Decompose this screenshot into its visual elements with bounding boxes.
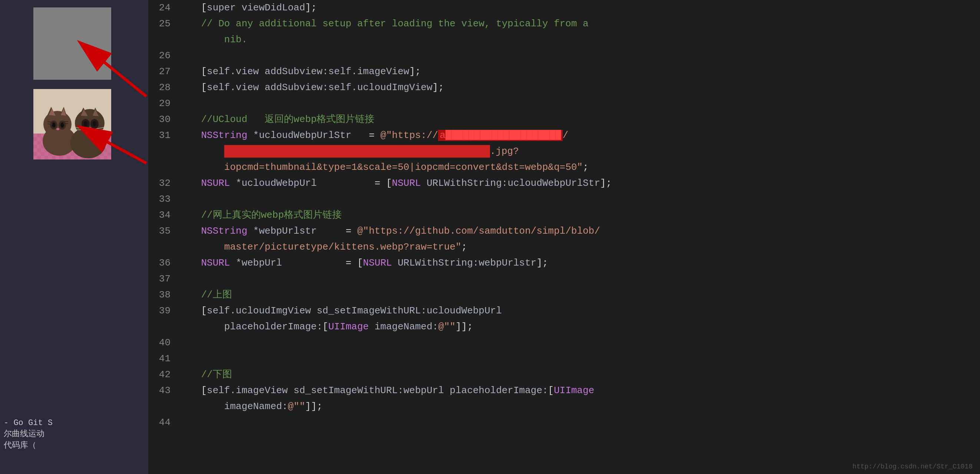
- code-line-38: 38 //上图: [148, 287, 980, 303]
- code-line-28: 28 [self.view addSubview:self.ucloudImgV…: [148, 80, 980, 96]
- code-line-39-cont: placeholderImage:[UIImage imageNamed:@""…: [148, 319, 980, 335]
- line-num-24: 24: [148, 1, 178, 15]
- code-line-31-redacted: .jpg?: [148, 144, 980, 160]
- line-content-31: NSString *ucloudWebpUrlStr = @"https://a…: [178, 128, 980, 143]
- code-line-31-iopcmd: iopcmd=thumbnail&type=1&scale=50|iopcmd=…: [148, 160, 980, 176]
- bottom-text-line3: 代码库（: [4, 440, 52, 452]
- line-num-27: 27: [148, 65, 178, 79]
- line-num-44: 44: [148, 415, 178, 430]
- code-line-36: 36 NSURL *webpUrl = [NSURL URLWithString…: [148, 255, 980, 271]
- line-num-30: 30: [148, 112, 178, 127]
- code-line-37: 37: [148, 271, 980, 287]
- line-num-31: 31: [148, 128, 178, 143]
- line-num-37: 37: [148, 272, 178, 286]
- svg-point-27: [93, 121, 96, 126]
- line-content-27: [self.view addSubview:self.imageView];: [178, 65, 980, 79]
- code-line-35-cont: master/picturetype/kittens.webp?raw=true…: [148, 239, 980, 255]
- line-num-32: 32: [148, 176, 178, 191]
- code-line-41: 41: [148, 351, 980, 367]
- svg-point-19: [75, 109, 105, 137]
- line-num-36: 36: [148, 256, 178, 270]
- svg-point-13: [56, 128, 59, 130]
- line-num-41: 41: [148, 352, 178, 366]
- image-placeholder: [33, 7, 111, 80]
- bottom-text-line2: 尔曲线运动: [4, 429, 52, 440]
- line-num-33: 33: [148, 192, 178, 207]
- code-line-24: 24 [super viewDidLoad];: [148, 0, 980, 16]
- bottom-left-text: - Go Git S 尔曲线运动 代码库（: [4, 418, 52, 452]
- line-num-29: 29: [148, 96, 178, 111]
- line-content-25: // Do any additional setup after loading…: [178, 17, 980, 31]
- svg-point-26: [84, 121, 88, 126]
- line-content-39-cont: placeholderImage:[UIImage imageNamed:@""…: [178, 320, 980, 334]
- line-content-30: //UCloud 返回的webp格式图片链接: [178, 112, 980, 127]
- line-num-35: 35: [148, 224, 178, 238]
- line-content-34: //网上真实的webp格式图片链接: [178, 208, 980, 223]
- line-num-43: 43: [148, 383, 178, 398]
- code-line-32: 32 NSURL *ucloudWebpUrl = [NSURL URLWith…: [148, 176, 980, 192]
- line-content-35-cont: master/picturetype/kittens.webp?raw=true…: [178, 240, 980, 254]
- line-content-38: //上图: [178, 288, 980, 302]
- code-line-33: 33: [148, 192, 980, 207]
- line-content-31-iopcmd: iopcmd=thumbnail&type=1&scale=50|iopcmd=…: [178, 160, 980, 175]
- left-panel: - Go Git S 尔曲线运动 代码库（: [0, 0, 148, 474]
- line-num-34: 34: [148, 208, 178, 223]
- watermark: http://blog.csdn.net/Str_C1018: [853, 463, 973, 470]
- code-area: 24 [super viewDidLoad]; 25 // Do any add…: [148, 0, 980, 474]
- line-num-40: 40: [148, 336, 178, 350]
- code-line-40: 40: [148, 335, 980, 351]
- code-line-34: 34 //网上真实的webp格式图片链接: [148, 207, 980, 223]
- svg-line-15: [48, 124, 52, 124]
- code-line-43-cont: imageNamed:@""]];: [148, 399, 980, 415]
- line-num-39: 39: [148, 304, 178, 318]
- line-content-42: //下图: [178, 367, 980, 382]
- code-line-43: 43 [self.imageView sd_setImageWithURL:we…: [148, 383, 980, 399]
- svg-line-17: [63, 123, 68, 124]
- line-content-25-cont: nib.: [178, 33, 980, 47]
- line-content-43-cont: imageNamed:@""]];: [178, 399, 980, 414]
- code-line-25-cont: nib.: [148, 32, 980, 48]
- line-content-28: [self.view addSubview:self.ucloudImgView…: [178, 80, 980, 95]
- image-kittens: [33, 89, 111, 160]
- svg-point-11: [52, 122, 56, 128]
- line-content-31-red: .jpg?: [178, 144, 980, 159]
- code-line-26: 26: [148, 48, 980, 64]
- line-num-28: 28: [148, 80, 178, 95]
- line-content-43: [self.imageView sd_setImageWithURL:webpU…: [178, 383, 980, 398]
- line-num-26: 26: [148, 49, 178, 63]
- line-num-38: 38: [148, 288, 178, 302]
- bottom-text-line1: - Go Git S: [4, 418, 52, 429]
- line-content-24: [super viewDidLoad];: [178, 1, 980, 15]
- code-line-42: 42 //下图: [148, 367, 980, 383]
- line-content-32: NSURL *ucloudWebpUrl = [NSURL URLWithStr…: [178, 176, 980, 191]
- line-content-35: NSString *webpUrlstr = @"https://github.…: [178, 224, 980, 238]
- code-line-30: 30 //UCloud 返回的webp格式图片链接: [148, 112, 980, 128]
- code-line-29: 29: [148, 96, 980, 112]
- code-line-39: 39 [self.ucloudImgView sd_setImageWithUR…: [148, 303, 980, 319]
- line-content-36: NSURL *webpUrl = [NSURL URLWithString:we…: [178, 256, 980, 270]
- line-num-25: 25: [148, 17, 178, 31]
- code-line-27: 27 [self.view addSubview:self.imageView]…: [148, 64, 980, 80]
- code-line-44: 44: [148, 415, 980, 431]
- code-line-35: 35 NSString *webpUrlstr = @"https://gith…: [148, 223, 980, 239]
- svg-point-12: [60, 122, 64, 128]
- code-panel: 24 [super viewDidLoad]; 25 // Do any add…: [148, 0, 980, 474]
- line-num-42: 42: [148, 367, 178, 382]
- line-content-39: [self.ucloudImgView sd_setImageWithURL:u…: [178, 304, 980, 318]
- code-line-31: 31 NSString *ucloudWebpUrlStr = @"https:…: [148, 128, 980, 144]
- code-line-25: 25 // Do any additional setup after load…: [148, 16, 980, 32]
- svg-point-28: [89, 127, 92, 129]
